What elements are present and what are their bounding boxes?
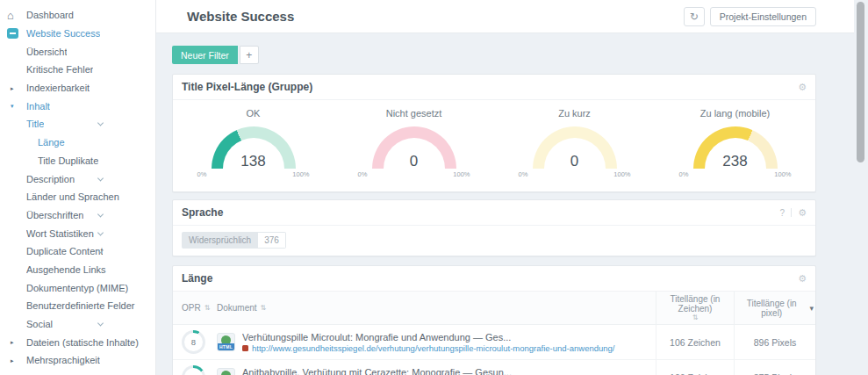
opr-badge: 15 — [182, 365, 205, 375]
gauge-scale: 0%100% — [358, 170, 470, 178]
gauge-zu-kurz: Zu kurz00%100% — [494, 108, 655, 191]
column-label: Titellänge (in Zeichen) — [660, 294, 730, 314]
opr-badge: 8 — [182, 330, 205, 354]
column-header-opr[interactable]: OPR ⇅ — [173, 292, 217, 324]
sidebar-item-indexierbarkeit[interactable]: ▸Indexierbarkeit — [0, 79, 155, 97]
sidebar-item-label: Title Duplikate — [38, 155, 98, 166]
sidebar-item-label: Überschriften — [26, 210, 83, 220]
table-header: OPR ⇅ Dokument ⇅ Titellänge (in Zeichen)… — [173, 292, 815, 325]
sort-icon[interactable]: ⇅ — [204, 304, 211, 312]
sidebar-item-label: Title — [26, 119, 44, 129]
sidebar-item-title[interactable]: Title — [0, 115, 155, 133]
divider — [791, 208, 792, 217]
sidebar-item-marker: ⌂ — [7, 10, 26, 21]
url-flag-icon — [242, 345, 248, 351]
sort-icon[interactable]: ⇅ — [261, 304, 267, 312]
sidebar-item-l-nder-und-sprachen[interactable]: Länder und Sprachen — [0, 188, 155, 206]
document-text: Verhütungspille Microulut: Mongrafie und… — [242, 332, 615, 353]
column-label: Dokument — [217, 303, 257, 313]
table-row[interactable]: 8HTMLVerhütungspille Microulut: Mongrafi… — [173, 325, 815, 360]
table-row[interactable]: 15HTMLAnitbabypille, Verhütung mit Ceraz… — [173, 360, 815, 375]
sidebar-item-label: Wort Statistiken — [26, 228, 94, 239]
sidebar-item-label: Indexierbarkeit — [26, 83, 90, 93]
sidebar-item-berschriften[interactable]: Überschriften — [0, 206, 155, 225]
column-header-dokument[interactable]: Dokument ⇅ — [217, 292, 656, 324]
column-label: OPR — [182, 303, 201, 313]
panel-title: Sprache — [182, 206, 223, 219]
sidebar-item-label: Dateien (statische Inhalte) — [26, 337, 139, 348]
sidebar-item-label: Dokumententyp (MIME) — [26, 283, 128, 293]
sidebar-item-wort-statistiken[interactable]: Wort Statistiken — [0, 224, 155, 242]
sort-desc-icon[interactable]: ▾ — [809, 304, 814, 313]
sidebar-item-kritische-fehler[interactable]: Kritische Fehler — [0, 61, 155, 79]
refresh-button[interactable]: ↻ — [684, 7, 705, 26]
sidebar-item-mehrsprachigkeit[interactable]: ▸Mehrsprachigkeit — [0, 351, 155, 370]
panel-sprache-body: Widersprüchlich 376 — [173, 226, 815, 256]
new-filter-button[interactable]: Neuer Filter — [172, 46, 238, 64]
gauge-ok: OK1380%100% — [173, 108, 334, 191]
sidebar-item-social[interactable]: Social — [0, 315, 155, 334]
gauge-max-label: 100% — [613, 170, 630, 178]
gear-icon[interactable]: ⚙ — [798, 208, 807, 218]
tag-count: 376 — [258, 232, 286, 249]
sidebar-item-label: Social — [26, 319, 53, 329]
gear-icon[interactable]: ⚙ — [798, 83, 807, 92]
document-cell: HTMLVerhütungspille Microulut: Mongrafie… — [217, 325, 656, 359]
gauge-arc: 238 — [693, 126, 778, 169]
gauge-scale: 0%100% — [197, 170, 310, 178]
document-url-row: http://www.gesundheitsspiegel.de/verhutu… — [242, 343, 615, 353]
opr-cell: 15 — [173, 360, 217, 375]
home-icon: ⌂ — [7, 10, 14, 21]
column-header-titellaenge-zeichen[interactable]: Titellänge (in Zeichen) ⇅ — [656, 292, 734, 324]
gear-icon[interactable]: ⚙ — [798, 274, 807, 284]
sidebar-item-label: Description — [26, 174, 75, 184]
sidebar-item-dateien-statische-inhalte[interactable]: ▸Dateien (statische Inhalte) — [0, 333, 155, 351]
scrollbar[interactable] — [857, 2, 864, 162]
sidebar-item-l-nge[interactable]: Länge — [0, 133, 155, 152]
collapse-down-icon[interactable]: ▾ — [11, 103, 14, 109]
expand-right-icon[interactable]: ▸ — [11, 357, 14, 364]
sidebar-item-label: Inhalt — [26, 101, 50, 112]
page-title: Website Success — [187, 9, 294, 24]
gauge-label: Zu lang (mobile) — [700, 108, 770, 120]
sidebar-item-description[interactable]: Description — [0, 169, 155, 188]
gauge-nicht-gesetzt: Nicht gesetzt00%100% — [334, 108, 494, 191]
add-filter-button[interactable]: + — [240, 46, 259, 64]
sidebar-item-website-success[interactable]: Website Success — [0, 25, 155, 43]
expand-right-icon[interactable]: ▸ — [11, 85, 14, 91]
document-title-link[interactable]: Verhütungspille Microulut: Mongrafie und… — [242, 332, 615, 343]
sidebar-item-label: Ausgehende Links — [26, 264, 106, 275]
panel-title: Title Pixel-Länge (Gruppe) — [182, 81, 312, 93]
sidebar-item-title-duplikate[interactable]: Title Duplikate — [0, 152, 155, 170]
gauge-max-label: 100% — [292, 170, 309, 178]
gauge-max-label: 100% — [774, 170, 791, 178]
sidebar-item-benutzerdefinierte-felder[interactable]: Benutzerdefinierte Felder — [0, 297, 155, 315]
sidebar-item-bersicht[interactable]: Übersicht — [0, 42, 155, 61]
sidebar-item-dashboard[interactable]: ⌂Dashboard — [0, 6, 155, 25]
project-settings-button[interactable]: Projekt-Einstellungen — [710, 7, 816, 26]
sidebar-item-label: Dashboard — [26, 10, 74, 20]
sidebar-item-label: Übersicht — [26, 47, 67, 57]
sidebar-item-label: Benutzerdefinierte Felder — [26, 300, 135, 311]
help-icon[interactable]: ? — [780, 208, 786, 218]
filter-row: Neuer Filter + — [172, 46, 854, 64]
sidebar-item-duplicate-content[interactable]: Duplicate Content — [0, 242, 155, 261]
document-url-link[interactable]: http://www.gesundheitsspiegel.de/verhutu… — [252, 343, 615, 353]
gauge-arc: 0 — [533, 126, 617, 169]
gauge-value: 138 — [212, 153, 296, 170]
panel-sprache: Sprache ? ⚙ Widersprüchlich 376 — [172, 199, 816, 256]
column-header-titellaenge-pixel[interactable]: Titellänge (in pixel) ▾ — [734, 292, 815, 324]
sidebar-item-dokumententyp-mime[interactable]: Dokumententyp (MIME) — [0, 278, 155, 297]
gauge-min-label: 0% — [358, 170, 368, 178]
widerspruechlich-filter-tag[interactable]: Widersprüchlich 376 — [182, 232, 286, 249]
titellaenge-pixel-cell: 896 Pixels — [734, 325, 815, 359]
sidebar-item-ausgehende-links[interactable]: Ausgehende Links — [0, 261, 155, 279]
document-thumbnail-icon: HTML — [217, 368, 235, 375]
sidebar-item-inhalt[interactable]: ▾Inhalt — [0, 97, 155, 115]
gauge-label: Nicht gesetzt — [386, 108, 442, 120]
sort-icon[interactable]: ⇅ — [692, 314, 699, 321]
topbar: Website Success ↻ Projekt-Einstellungen — [156, 0, 854, 33]
opr-value: 8 — [182, 330, 205, 354]
expand-right-icon[interactable]: ▸ — [11, 339, 14, 345]
document-title-link[interactable]: Anitbabypille, Verhütung mit Cerazette: … — [242, 367, 601, 375]
